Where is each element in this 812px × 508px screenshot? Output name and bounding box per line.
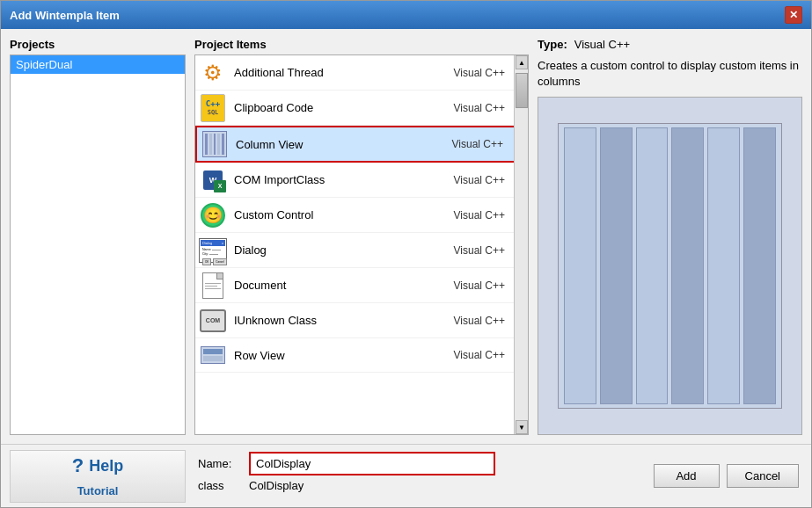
item-name-row-view: Row View	[234, 349, 454, 362]
item-type-iunknown-class: Visual C++	[454, 315, 505, 327]
item-type-clipboard-code: Visual C++	[454, 102, 505, 114]
projects-label: Projects	[10, 38, 186, 51]
item-row-com-importclass[interactable]: W X COM ImportClass Visual C++	[195, 163, 528, 198]
name-row: Name:	[198, 452, 645, 475]
preview-col-4	[671, 127, 704, 404]
add-button[interactable]: Add	[654, 464, 720, 488]
action-buttons: Add Cancel	[654, 445, 811, 507]
description-text: Creates a custom control to display cust…	[538, 58, 802, 90]
item-name-dialog: Dialog	[234, 243, 454, 257]
project-items-panel: Project Items ⚙ Additional Thread Visual…	[194, 38, 529, 435]
thread-icon: ⚙	[199, 59, 227, 87]
columnview-icon	[201, 130, 229, 158]
item-type-dialog: Visual C++	[454, 244, 505, 257]
help-btn-inner: ? Help	[72, 454, 123, 477]
item-row-row-view[interactable]: Row View Visual C++	[195, 338, 528, 373]
footer: ? Help Tutorial Name: class ColDisplay A…	[1, 444, 811, 507]
dialog-container: Add Wintempla Item ✕ Projects SpiderDual…	[0, 0, 812, 508]
item-type-custom-control: Visual C++	[454, 209, 505, 221]
scroll-down-arrow[interactable]: ▼	[516, 420, 528, 434]
item-type-column-view: Visual C++	[452, 138, 503, 150]
preview-col-3	[636, 127, 669, 404]
preview-col-2	[600, 127, 633, 404]
name-input[interactable]	[249, 452, 495, 475]
right-panel: Type: Visual C++ Creates a custom contro…	[538, 38, 802, 435]
gear-icon: ⚙	[203, 61, 223, 85]
preview-col-1	[564, 127, 596, 404]
rowview-icon	[199, 341, 227, 369]
scroll-up-arrow[interactable]: ▲	[516, 55, 528, 69]
project-item-spiderdual[interactable]: SpiderDual	[11, 55, 185, 74]
items-list[interactable]: ⚙ Additional Thread Visual C++ C++ SQL C…	[194, 54, 529, 435]
preview-col-6	[743, 127, 776, 404]
iunknown-icon: COM	[199, 307, 227, 335]
dialog-title: Add Wintempla Item	[10, 9, 120, 22]
help-question-mark: ?	[72, 454, 84, 477]
item-name-com-importclass: COM ImportClass	[234, 173, 454, 186]
item-type-additional-thread: Visual C++	[454, 67, 505, 79]
item-name-iunknown-class: IUnknown Class	[234, 314, 454, 327]
item-row-clipboard-code[interactable]: C++ SQL Clipboard Code Visual C++	[195, 91, 528, 126]
item-row-custom-control[interactable]: 😊 Custom Control Visual C++	[195, 198, 528, 233]
item-name-column-view: Column View	[236, 138, 452, 151]
class-value: ColDisplay	[249, 479, 304, 492]
main-content: Projects SpiderDual Project Items ⚙ Ad	[1, 29, 811, 444]
projects-list[interactable]: SpiderDual	[10, 54, 186, 435]
help-button[interactable]: ? Help Tutorial	[10, 450, 186, 503]
item-row-document[interactable]: Document Visual C++	[195, 268, 528, 303]
close-button[interactable]: ✕	[785, 6, 802, 24]
title-bar: Add Wintempla Item ✕	[1, 1, 811, 29]
preview-area	[538, 97, 802, 435]
item-row-additional-thread[interactable]: ⚙ Additional Thread Visual C++	[195, 55, 528, 91]
item-name-custom-control: Custom Control	[234, 208, 454, 221]
type-label: Type:	[538, 38, 567, 51]
type-info: Type: Visual C++	[538, 38, 802, 51]
help-sub-text: Tutorial	[77, 484, 119, 497]
smiley-icon: 😊	[199, 201, 227, 229]
scrollbar[interactable]: ▲ ▼	[514, 55, 528, 434]
footer-left: ? Help Tutorial	[1, 445, 189, 507]
preview-col-5	[707, 127, 740, 404]
preview-columns	[558, 123, 781, 409]
class-row: class ColDisplay	[198, 479, 645, 492]
item-type-com-importclass: Visual C++	[454, 174, 505, 186]
dialog-icon: Dialogx Name: City: OK Cancel	[199, 236, 227, 265]
name-label: Name:	[198, 457, 242, 470]
project-items-label: Project Items	[194, 38, 529, 51]
item-name-document: Document	[234, 279, 454, 292]
item-row-iunknown-class[interactable]: COM IUnknown Class Visual C++	[195, 303, 528, 338]
item-row-dialog[interactable]: Dialogx Name: City: OK Cancel Di	[195, 233, 528, 268]
footer-right: Name: class ColDisplay	[189, 445, 654, 507]
project-item-label: SpiderDual	[16, 58, 72, 71]
help-text: Help	[89, 457, 123, 475]
item-type-document: Visual C++	[454, 279, 505, 292]
document-icon	[199, 272, 227, 300]
item-name-clipboard-code: Clipboard Code	[234, 101, 454, 114]
scroll-thumb[interactable]	[516, 73, 528, 108]
projects-panel: Projects SpiderDual	[10, 38, 186, 435]
clipboard-icon: C++ SQL	[199, 94, 227, 122]
item-row-column-view[interactable]: Column View Visual C++	[195, 126, 528, 163]
item-type-row-view: Visual C++	[454, 349, 505, 361]
com-importclass-icon: W X	[199, 166, 227, 194]
item-name-additional-thread: Additional Thread	[234, 66, 454, 79]
cancel-button[interactable]: Cancel	[727, 464, 799, 488]
class-label: class	[198, 479, 242, 492]
type-value: Visual C++	[574, 38, 630, 51]
